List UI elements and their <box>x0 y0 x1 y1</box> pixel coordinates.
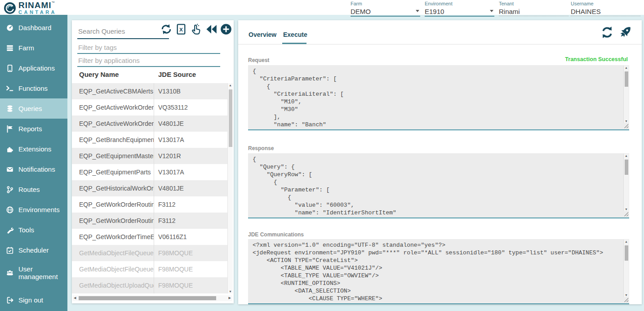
search-input[interactable]: Search Queries <box>78 27 125 35</box>
sidebar-item-tools[interactable]: Tools <box>0 220 67 240</box>
scroll-up-arrow-icon[interactable]: ▲ <box>624 66 629 69</box>
fast-backward-icon[interactable] <box>205 24 217 35</box>
table-row[interactable]: GetMediaObjectUploadQue F98MOQUE <box>72 277 227 293</box>
environments-icon <box>6 206 14 214</box>
farm-icon <box>6 44 14 52</box>
table-row[interactable]: EQP_GetEquipmentMaster V1201R <box>72 148 227 164</box>
request-content: { "CriteriaParameter": [ { "CriteriaLite… <box>248 65 629 129</box>
sidebar-item-farm[interactable]: Farm <box>0 38 67 58</box>
request-textarea[interactable]: { "CriteriaParameter": [ { "CriteriaLite… <box>248 65 629 130</box>
sidebar-item-queries[interactable]: Queries <box>0 98 67 119</box>
jde-source-cell: V13017A <box>154 164 227 180</box>
query-name-cell: EQP_GetHistoricalWorkOrd <box>72 180 154 196</box>
hand-pointer-icon[interactable] <box>190 23 202 35</box>
table-vertical-scrollbar[interactable]: ▲ ▼ <box>227 83 233 293</box>
sync-icon[interactable] <box>160 23 173 35</box>
query-toolbar: X <box>160 23 232 35</box>
add-icon[interactable] <box>220 23 232 35</box>
table-row[interactable]: EQP_GetBranchEquipment V13017A <box>72 132 227 148</box>
table-row[interactable]: EQP_GetEquipmentParts V13017A <box>72 164 227 180</box>
table-horizontal-scrollbar[interactable]: ◀ ▶ <box>73 295 232 301</box>
column-separator <box>154 83 154 293</box>
scrollbar-thumb[interactable] <box>625 245 628 261</box>
scroll-right-arrow-icon[interactable]: ▶ <box>229 296 231 300</box>
table-row[interactable]: GetMediaObjectFileQueues F98MOQUE <box>72 261 227 277</box>
tab-execute[interactable]: Execute <box>283 31 307 38</box>
table-row[interactable]: EQP_GetActiveWorkOrders V4801JE <box>72 116 227 132</box>
transaction-status-badge: Transaction Successful <box>565 56 628 62</box>
sidebar-item-dashboard[interactable]: Dashboard <box>0 18 67 38</box>
query-name-cell: EQP_GetWorkOrderRouting <box>72 196 154 213</box>
scheduler-icon <box>6 246 14 254</box>
sidebar-item-extensions[interactable]: Extensions <box>0 139 67 159</box>
query-name-cell: EQP_GetActiveWorkOrders <box>72 116 154 132</box>
jde-communications-label: JDE Communications <box>248 231 304 238</box>
rocket-icon[interactable] <box>618 26 632 39</box>
app-logo: RINAMI™ CANTARA <box>4 1 57 15</box>
execute-toolbar <box>600 26 632 39</box>
table-row[interactable]: EQP_GetWorkOrderRouting F3112 <box>72 196 227 213</box>
scroll-up-arrow-icon[interactable]: ▲ <box>624 154 629 157</box>
sidebar-item-routes[interactable]: Routes <box>0 179 67 200</box>
extensions-icon <box>6 145 14 153</box>
textarea-scrollbar[interactable]: ▲ ▼ <box>623 240 629 297</box>
jde-source-cell: V13017A <box>154 132 227 148</box>
scroll-down-arrow-icon[interactable]: ▼ <box>624 120 629 123</box>
environment-value: E1910 <box>425 8 444 15</box>
table-row[interactable]: EQP_GetHistoricalWorkOrd V4801JE <box>72 180 227 196</box>
jde-source-cell: V1201R <box>154 148 227 164</box>
environment-select[interactable]: Environment E1910 <box>425 1 494 17</box>
scroll-left-arrow-icon[interactable]: ◀ <box>74 296 76 300</box>
scrollbar-thumb[interactable] <box>625 71 628 87</box>
sidebar-item-functions[interactable]: Functions <box>0 78 67 98</box>
sidebar-item-sign-out[interactable]: Sign out <box>0 291 67 309</box>
query-detail-panel: Overview Execute Request Transaction Suc… <box>238 20 642 304</box>
jde-communications-textarea[interactable]: <?xml version="1.0" encoding="UTF-8" sta… <box>248 239 629 304</box>
query-name-cell: GetMediaObjectFileQueues <box>72 261 154 277</box>
scrollbar-thumb[interactable] <box>229 89 232 147</box>
table-row[interactable]: EQP_GetActiveWorkOrderR VQ353112 <box>72 99 227 116</box>
routes-icon <box>6 186 14 194</box>
filter-tags-input[interactable]: Filter by tags <box>78 44 117 51</box>
scrollbar-thumb[interactable] <box>79 296 216 300</box>
query-name-cell: EQP_GetBranchEquipment <box>72 132 154 148</box>
filter-tags-underline <box>77 53 220 54</box>
response-textarea[interactable]: { "Query": { "QueryRow": [ { "Parameter"… <box>248 153 629 218</box>
brand-name: RINAMI <box>18 0 52 10</box>
scrollbar-thumb[interactable] <box>625 160 628 175</box>
notifications-icon <box>6 165 14 173</box>
scroll-down-arrow-icon[interactable]: ▼ <box>228 290 233 293</box>
scroll-up-arrow-icon[interactable]: ▲ <box>624 240 629 243</box>
scroll-up-arrow-icon[interactable]: ▲ <box>228 84 233 87</box>
jde-source-cell: F3112 <box>154 196 227 213</box>
sidebar-item-reports[interactable]: Reports <box>0 119 67 139</box>
scroll-down-arrow-icon[interactable]: ▼ <box>624 293 629 297</box>
table-row[interactable]: EQP_GetWorkOrderRouting F3112 <box>72 213 227 229</box>
sidebar: Dashboard Farm Applications Functions Qu… <box>0 15 67 311</box>
username-field: Username DHAINES <box>571 1 640 16</box>
top-bar: RINAMI™ CANTARA Farm DEMO Environment E1… <box>0 0 644 15</box>
tab-overview[interactable]: Overview <box>249 31 276 38</box>
response-content: { "Query": { "QueryRow": [ { "Parameter"… <box>248 153 629 218</box>
table-row[interactable]: GetMediaObjectFileQueue F98MOQUE <box>72 245 227 261</box>
sidebar-item-notifications[interactable]: Notifications <box>0 159 67 179</box>
filter-applications-input[interactable]: Filter by applications <box>78 57 140 64</box>
scroll-down-arrow-icon[interactable]: ▼ <box>624 208 629 211</box>
textarea-scrollbar[interactable]: ▲ ▼ <box>623 66 629 123</box>
sidebar-item-environments[interactable]: Environments <box>0 200 67 220</box>
sidebar-item-applications[interactable]: Applications <box>0 58 67 78</box>
sidebar-item-user-management[interactable]: User management <box>0 260 67 285</box>
excel-export-icon[interactable]: X <box>176 23 187 35</box>
textarea-scrollbar[interactable]: ▲ ▼ <box>623 154 629 211</box>
query-name-cell: GetMediaObjectFileQueue <box>72 245 154 261</box>
table-row[interactable]: EQP_GetActiveCBMAlerts V1310B <box>72 83 227 99</box>
jde-source-cell: F98MOQUE <box>154 261 227 277</box>
query-name-cell: EQP_GetWorkOrderRouting <box>72 213 154 229</box>
farm-select[interactable]: Farm DEMO <box>351 1 420 17</box>
refresh-icon[interactable] <box>600 26 614 39</box>
filter-applications-underline <box>77 66 220 67</box>
queries-icon <box>6 105 14 113</box>
sidebar-item-scheduler[interactable]: Scheduler <box>0 240 67 260</box>
tenant-value: Rinami <box>499 8 520 15</box>
table-row[interactable]: EQP_GetWorkOrderTimeEn V06116Z1 <box>72 229 227 245</box>
